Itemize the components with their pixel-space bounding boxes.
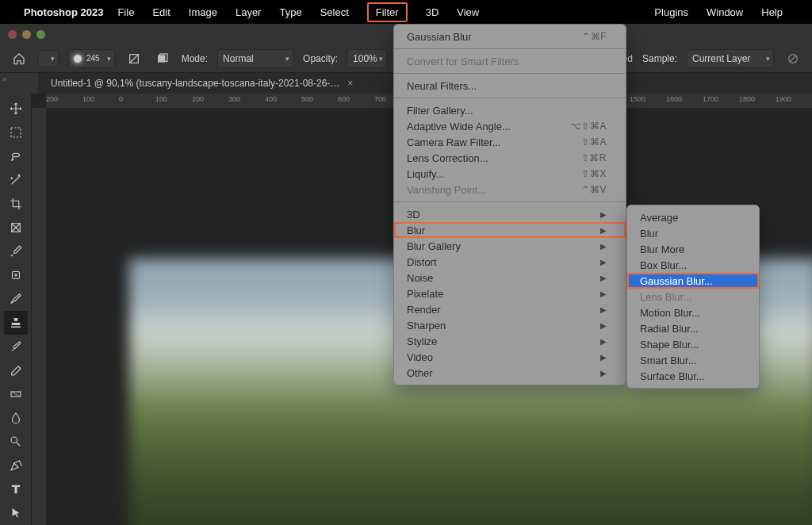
home-button[interactable] [10,49,29,68]
filter-sub-blur[interactable]: Blur▶ [394,222,626,238]
marquee-tool[interactable] [4,121,28,144]
filter-sub-stylize[interactable]: Stylize▶ [394,333,626,349]
clone-source-panel[interactable] [153,49,172,68]
blur-gaussian-blur[interactable]: Gaussian Blur... [627,273,759,289]
menu-layer[interactable]: Layer [236,6,262,18]
mode-label: Mode: [182,53,208,64]
blur-surface-blur[interactable]: Surface Blur... [627,368,759,384]
filter-sub-render[interactable]: Render▶ [394,301,626,317]
macos-menubar: Photoshop 2023 File Edit Image Layer Typ… [0,0,812,24]
blur-smart-blur[interactable]: Smart Blur... [627,352,759,368]
filter-convert-smart: Convert for Smart Filters [394,53,626,69]
move-tool[interactable] [4,97,28,121]
menu-window[interactable]: Window [707,6,743,18]
filter-last[interactable]: Gaussian Blur ⌃⌘F [394,29,626,44]
window-minimize-button[interactable] [22,30,31,39]
window-maximize-button[interactable] [36,30,45,39]
filter-sub-other[interactable]: Other▶ [394,365,626,381]
window-close-button[interactable] [8,30,17,39]
wand-tool[interactable] [4,168,28,192]
crop-tool[interactable] [4,192,28,216]
brush-tool[interactable] [4,287,28,311]
app-name: Photoshop 2023 [24,6,103,18]
menu-edit[interactable]: Edit [152,6,170,18]
history-brush-tool[interactable] [4,335,28,358]
document-tab-title: Untitled-1 @ 90,1% (tuscany-landscape-to… [51,78,339,89]
filter-menu: Gaussian Blur ⌃⌘F Convert for Smart Filt… [393,24,626,385]
tab-close-button[interactable]: × [347,78,353,89]
filter-camera-raw[interactable]: Camera Raw Filter...⇧⌘A [394,134,626,150]
filter-adaptive-wide-angle[interactable]: Adaptive Wide Angle...⌥⇧⌘A [394,118,626,134]
sample-dropdown[interactable]: Current Layer [687,49,774,68]
filter-sub-sharpen[interactable]: Sharpen▶ [394,317,626,333]
svg-rect-5 [11,128,21,137]
brush-panel-toggle[interactable] [124,49,144,68]
blur-box-blur[interactable]: Box Blur... [627,257,759,273]
menu-3d[interactable]: 3D [426,6,439,18]
menu-file[interactable]: File [117,6,134,18]
filter-vanishing-point: Vanishing Point...⌃⌘V [394,182,626,197]
document-tab[interactable]: Untitled-1 @ 90,1% (tuscany-landscape-to… [43,74,361,93]
menu-filter[interactable]: Filter [367,2,408,22]
left-toolbar [0,94,32,525]
blur-submenu: Average Blur Blur More Box Blur... Gauss… [626,205,760,389]
gradient-tool[interactable] [4,382,28,406]
blur-blur-more[interactable]: Blur More [627,241,759,257]
traffic-lights [8,30,45,39]
svg-point-9 [11,437,17,443]
menu-select[interactable]: Select [320,6,349,18]
opacity-label: Opacity: [303,53,338,64]
filter-sub-video[interactable]: Video▶ [394,349,626,365]
mode-dropdown[interactable]: Normal [217,49,293,68]
tab-expand-icon[interactable]: » [2,75,6,83]
stamp-tool[interactable] [4,311,28,335]
eraser-tool[interactable] [4,358,28,382]
heal-tool[interactable] [4,263,28,287]
menu-view[interactable]: View [457,6,479,18]
ignore-adjustment-layers-toggle[interactable] [783,49,802,68]
filter-sub-distort[interactable]: Distort▶ [394,254,626,270]
filter-lens-correction[interactable]: Lens Correction...⇧⌘R [394,150,626,166]
blur-average[interactable]: Average [627,209,759,225]
path-select-tool[interactable] [4,501,28,525]
brush-preset-picker[interactable]: 245 [68,49,115,68]
menu-help[interactable]: Help [761,6,783,18]
blur-motion-blur[interactable]: Motion Blur... [627,305,759,320]
blur-radial-blur[interactable]: Radial Blur... [627,320,759,336]
blur-tool[interactable] [4,406,28,430]
type-tool[interactable] [4,477,28,501]
dodge-tool[interactable] [4,430,28,454]
frame-tool[interactable] [4,216,28,240]
sample-label: Sample: [642,53,677,64]
menu-type[interactable]: Type [279,6,301,18]
filter-sub-pixelate[interactable]: Pixelate▶ [394,285,626,301]
filter-liquify[interactable]: Liquify...⇧⌘X [394,166,626,182]
blur-blur[interactable]: Blur [627,225,759,241]
blur-lens-blur: Lens Blur... [627,289,759,305]
brush-dot-icon [74,55,82,63]
blur-shape-blur[interactable]: Shape Blur... [627,336,759,352]
filter-neural[interactable]: Neural Filters... [394,78,626,94]
opacity-dropdown[interactable]: 100% [347,49,387,68]
filter-sub-noise[interactable]: Noise▶ [394,270,626,285]
lasso-tool[interactable] [4,144,28,168]
eyedropper-tool[interactable] [4,240,28,263]
filter-gallery[interactable]: Filter Gallery... [394,102,626,118]
tool-preset-picker[interactable] [38,50,59,67]
brush-size: 245 [86,54,100,63]
ruler-vertical [32,108,46,525]
pen-tool[interactable] [4,454,28,477]
menu-image[interactable]: Image [189,6,217,18]
filter-sub-3d[interactable]: 3D▶ [394,206,626,222]
filter-sub-blur-gallery[interactable]: Blur Gallery▶ [394,238,626,254]
menu-plugins[interactable]: Plugins [654,6,688,18]
